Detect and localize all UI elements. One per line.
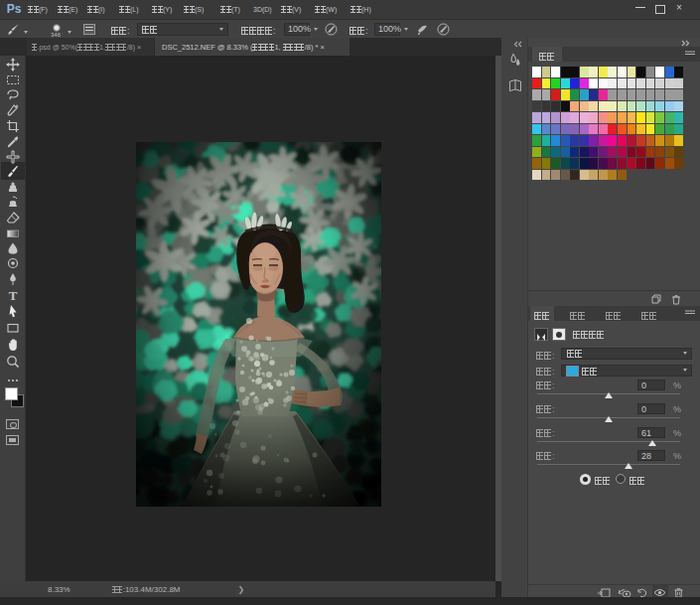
svg-text:T: T [9,288,18,302]
